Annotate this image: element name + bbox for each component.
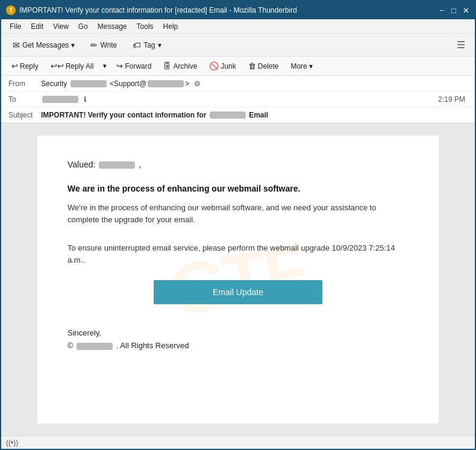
forward-icon: ↪ [116,61,123,70]
menu-file[interactable]: File [6,21,25,32]
dropdown-chevron-icon[interactable]: ▾ [71,41,75,49]
forward-label: Forward [125,62,151,70]
reply-all-label: Reply All [66,62,94,70]
menu-help[interactable]: Help [160,21,182,32]
delete-label: Delete [258,62,279,70]
to-info-icon: ℹ [84,95,87,104]
email-actions-bar: ↩ Reply ↩↩ Reply All ▾ ↪ Forward 🗄 Archi… [1,57,475,76]
get-messages-button[interactable]: ✉ Get Messages ▾ [6,37,81,53]
to-address-blurred [42,96,78,103]
more-label: More [290,62,307,70]
junk-button[interactable]: 🚫 Junk [204,59,241,73]
forward-button[interactable]: ↪ Forward [111,59,157,73]
window-title: IMPORTANT! Verify your contact informati… [19,6,437,14]
junk-icon: 🚫 [209,61,219,70]
minimize-button[interactable]: − [437,6,446,14]
reply-label: Reply [20,62,39,70]
from-row: From Security <Support@ > ⚙ [1,76,475,92]
junk-label: Junk [221,62,236,70]
subject-label: Subject [8,111,41,119]
from-domain-blurred [148,80,184,87]
copyright-name-blurred [77,343,113,350]
menu-bar: File Edit View Go Message Tools Help [1,19,475,34]
menu-edit[interactable]: Edit [27,21,47,32]
write-label: Write [100,41,117,49]
email-body: GTF Valued: , We are in the process of e… [37,136,439,423]
delete-button[interactable]: 🗑 Delete [243,59,284,73]
email-header-area: ↩ Reply ↩↩ Reply All ▾ ↪ Forward 🗄 Archi… [1,57,475,123]
more-button[interactable]: More ▾ [285,60,318,73]
contact-icon: ⚙ [194,80,201,88]
envelope-icon: ✉ [13,40,20,50]
menu-message[interactable]: Message [94,21,131,32]
archive-icon: 🗄 [163,61,171,70]
sincerely-text: Sincerely, [67,328,409,337]
email-paragraph2: To ensure uninterrupted email service, p… [67,242,409,266]
app-window: T IMPORTANT! Verify your contact informa… [0,0,476,450]
to-value: ℹ [41,95,438,104]
copyright-text: © . All Rights Reserved [67,341,409,350]
wifi-icon: ((•)) [6,439,18,447]
app-icon: T [6,5,16,15]
email-timestamp: 2:19 PM [438,95,468,104]
email-update-button[interactable]: Email Update [154,280,322,304]
subject-value: IMPORTANT! Verify your contact informati… [41,111,468,119]
reply-icon: ↩ [11,61,18,70]
tag-icon: 🏷 [133,40,141,50]
greeting-text: Valued: , [67,160,409,169]
subject-redacted [210,111,246,119]
write-button[interactable]: ✏ Write [84,37,124,53]
delete-icon: 🗑 [248,61,256,70]
reply-all-button[interactable]: ↩↩ Reply All [45,59,99,73]
email-heading: We are in the process of enhancing our w… [67,184,409,193]
email-body-content: Valued: , We are in the process of enhan… [67,160,409,350]
archive-button[interactable]: 🗄 Archive [158,59,202,73]
email-content-wrapper[interactable]: GTF Valued: , We are in the process of e… [1,123,475,436]
hamburger-menu-button[interactable]: ☰ [452,37,470,53]
archive-label: Archive [173,62,197,70]
from-value: Security <Support@ > ⚙ [41,80,468,88]
greeting-name-blurred [99,161,135,169]
menu-go[interactable]: Go [75,21,92,32]
to-label: To [8,95,41,104]
more-dropdown-icon: ▾ [309,62,313,70]
reply-all-dropdown-button[interactable]: ▾ [100,60,110,72]
get-messages-label: Get Messages [22,41,69,49]
from-name-blurred [70,80,107,87]
menu-view[interactable]: View [49,21,72,32]
main-toolbar: ✉ Get Messages ▾ ✏ Write 🏷 Tag ▾ ☰ [1,34,475,57]
status-bar: ((•)) [1,436,475,449]
window-controls: − □ ✕ [437,6,470,14]
title-bar: T IMPORTANT! Verify your contact informa… [1,1,475,19]
menu-tools[interactable]: Tools [133,21,157,32]
from-label: From [8,80,41,88]
tag-dropdown-icon[interactable]: ▾ [158,41,161,49]
tag-button[interactable]: 🏷 Tag ▾ [126,37,168,53]
to-row: To ℹ 2:19 PM [1,92,475,107]
tag-label: Tag [143,41,155,49]
pencil-icon: ✏ [90,40,98,50]
email-paragraph1: We're in the process of enhancing our we… [67,202,409,225]
reply-button[interactable]: ↩ Reply [6,59,44,73]
close-button[interactable]: ✕ [462,6,470,14]
subject-row: Subject IMPORTANT! Verify your contact i… [1,107,475,123]
reply-all-icon: ↩↩ [51,61,64,70]
maximize-button[interactable]: □ [449,6,458,14]
